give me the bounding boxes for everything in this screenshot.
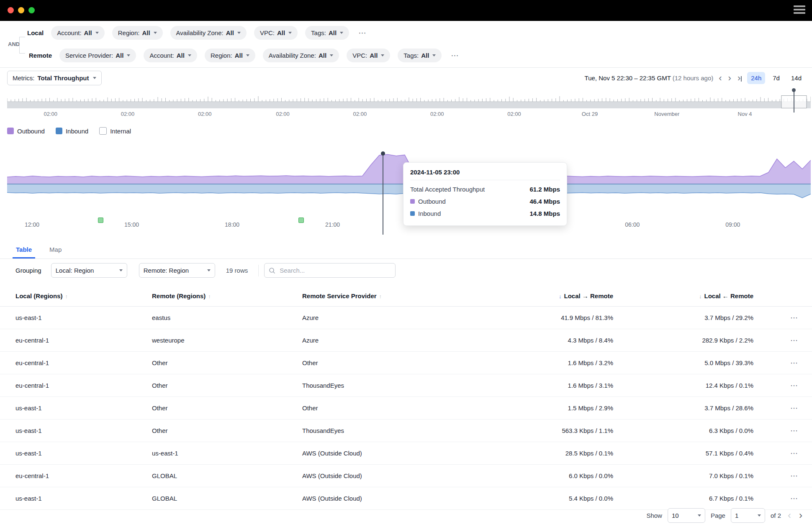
cell-local-region: us-east-1	[15, 427, 152, 434]
minimize-window-button[interactable]	[18, 7, 24, 13]
local-grouping-dropdown[interactable]: Local: Region	[51, 263, 127, 278]
local-label: Local	[27, 29, 44, 36]
column-header-2[interactable]: Remote (Regions)↑	[152, 292, 302, 299]
more-filters-button[interactable]: ⋯	[449, 51, 460, 60]
cell-local-to-remote: 563.3 Kbps / 1.1%	[470, 427, 613, 434]
filter-chip-service-provider[interactable]: Service Provider:All	[59, 49, 136, 62]
date-range-note: (12 hours ago)	[673, 74, 714, 82]
throughput-chart[interactable]: 12:0015:0018:0021:0006:0009:00 2024-11-0…	[7, 149, 811, 237]
prev-page-button[interactable]: ‹	[786, 510, 792, 520]
table-row[interactable]: eu-central-1westeuropeAzure4.3 Mbps / 8.…	[0, 329, 812, 352]
chart-marker-pin-icon[interactable]	[381, 151, 385, 156]
cell-local-to-remote: 1.6 Mbps / 3.2%	[470, 359, 613, 366]
table-row[interactable]: eu-central-1GLOBALAWS (Outside Cloud)6.0…	[0, 465, 812, 487]
row-actions-button[interactable]: ⋯	[753, 471, 804, 481]
legend-item-internal[interactable]: Internal	[99, 127, 131, 135]
metrics-toolbar: Metrics: Total Throughput Tue, Nov 5 22:…	[7, 71, 805, 85]
cell-remote-region: Other	[152, 404, 302, 412]
timeline-scrubber[interactable]	[7, 95, 811, 108]
filters-divider	[0, 67, 812, 68]
search-box[interactable]	[264, 263, 396, 278]
remote-grouping-dropdown[interactable]: Remote: Region	[139, 263, 215, 278]
x-axis-tick-label: 06:00	[625, 221, 640, 228]
filter-chip-account[interactable]: Account:All	[144, 49, 197, 62]
time-next-button[interactable]: ›	[727, 74, 732, 82]
chip-value: All	[177, 52, 185, 59]
row-actions-button[interactable]: ⋯	[753, 336, 804, 345]
time-prev-button[interactable]: ‹	[718, 74, 722, 82]
range-button-14d[interactable]: 14d	[787, 72, 805, 84]
more-filters-button[interactable]: ⋯	[357, 28, 368, 38]
and-operator-label: AND	[7, 41, 21, 48]
outbound-swatch-icon[interactable]	[7, 128, 14, 134]
x-axis-tick-label: 21:00	[325, 221, 340, 228]
filter-chip-region[interactable]: Region:All	[112, 26, 163, 40]
filter-chip-availability-zone[interactable]: Availability Zone:All	[170, 26, 247, 40]
outbound-swatch-icon	[410, 199, 415, 204]
row-count-text: 19 rows	[226, 267, 248, 274]
cell-local-from-remote: 7.0 Kbps / 0.1%	[613, 472, 753, 479]
checkbox-unchecked-icon[interactable]	[99, 127, 107, 135]
table-row[interactable]: us-east-1OtherThousandEyes563.3 Kbps / 1…	[0, 420, 812, 442]
chart-marker-line	[383, 154, 383, 235]
filter-chip-tags[interactable]: Tags:All	[398, 49, 442, 62]
chip-value: All	[329, 29, 337, 36]
column-header-5[interactable]: ↓Local ← Remote	[613, 292, 753, 299]
sort-asc-icon: ↑	[208, 293, 211, 299]
range-button-24h[interactable]: 24h	[747, 72, 765, 84]
range-button-7d[interactable]: 7d	[769, 72, 784, 84]
table-row[interactable]: eu-central-1OtherOther1.6 Mbps / 3.2%5.0…	[0, 352, 812, 374]
table-header-row: Local (Regions)↑Remote (Regions)↑Remote …	[0, 285, 812, 307]
chip-label: Region:	[118, 29, 140, 36]
table-row[interactable]: eu-central-1OtherThousandEyes1.6 Mbps / …	[0, 374, 812, 397]
row-actions-button[interactable]: ⋯	[753, 494, 804, 503]
row-actions-button[interactable]: ⋯	[753, 313, 804, 322]
row-actions-button[interactable]: ⋯	[753, 381, 804, 390]
next-page-button[interactable]: ›	[798, 510, 804, 520]
filter-chip-region[interactable]: Region:All	[205, 49, 255, 62]
chip-value: All	[319, 52, 326, 59]
search-input[interactable]	[279, 266, 391, 274]
annotation-marker-icon[interactable]	[98, 217, 103, 223]
row-actions-button[interactable]: ⋯	[753, 426, 804, 435]
page-number-select[interactable]: 1	[731, 508, 765, 523]
column-header-1[interactable]: Local (Regions)↑	[15, 292, 152, 299]
table-row[interactable]: us-east-1eastusAzure41.9 Mbps / 81.3%3.7…	[0, 307, 812, 329]
chip-label: VPC:	[352, 52, 367, 59]
cell-remote-region: eastus	[152, 314, 302, 321]
filter-chip-account[interactable]: Account:All	[51, 26, 105, 40]
legend-label: Inbound	[66, 128, 88, 135]
tab-map[interactable]: Map	[46, 246, 65, 258]
table-row[interactable]: us-east-1GLOBALAWS (Outside Cloud)5.4 Kb…	[0, 487, 812, 510]
annotation-marker-icon[interactable]	[298, 217, 304, 223]
inbound-swatch-icon[interactable]	[56, 128, 62, 134]
cell-remote-region: Other	[152, 382, 302, 389]
column-header-3[interactable]: Remote Service Provider↑	[302, 292, 470, 299]
metrics-dropdown[interactable]: Metrics: Total Throughput	[7, 71, 102, 85]
filter-chip-vpc[interactable]: VPC:All	[254, 26, 298, 40]
chip-value: All	[235, 52, 243, 59]
row-actions-button[interactable]: ⋯	[753, 449, 804, 458]
chevron-down-icon	[330, 54, 333, 56]
row-actions-button[interactable]: ⋯	[753, 358, 804, 368]
filter-chip-vpc[interactable]: VPC:All	[347, 49, 390, 62]
chevron-down-icon	[127, 54, 130, 56]
filter-chip-tags[interactable]: Tags:All	[305, 26, 349, 40]
column-header-4[interactable]: ↓Local → Remote	[470, 292, 613, 299]
chip-label: Tags:	[403, 52, 419, 59]
table-row[interactable]: us-east-1us-east-1AWS (Outside Cloud)28.…	[0, 442, 812, 465]
legend-label: Internal	[110, 128, 131, 135]
chip-label: Service Provider:	[65, 52, 113, 59]
zoom-window-button[interactable]	[28, 7, 35, 13]
close-window-button[interactable]	[8, 7, 14, 13]
legend-item-inbound[interactable]: Inbound	[56, 128, 88, 135]
row-actions-button[interactable]: ⋯	[753, 404, 804, 413]
tab-table[interactable]: Table	[13, 246, 35, 258]
table-row[interactable]: us-east-1OtherOther1.5 Mbps / 2.9%3.7 Mb…	[0, 397, 812, 420]
hamburger-menu-icon[interactable]	[794, 5, 805, 15]
page-label: Page	[711, 512, 725, 519]
page-size-select[interactable]: 10	[668, 508, 705, 523]
filter-chip-availability-zone[interactable]: Availability Zone:All	[263, 49, 339, 62]
legend-item-outbound[interactable]: Outbound	[7, 128, 45, 135]
time-latest-button[interactable]: ›	[737, 74, 743, 82]
